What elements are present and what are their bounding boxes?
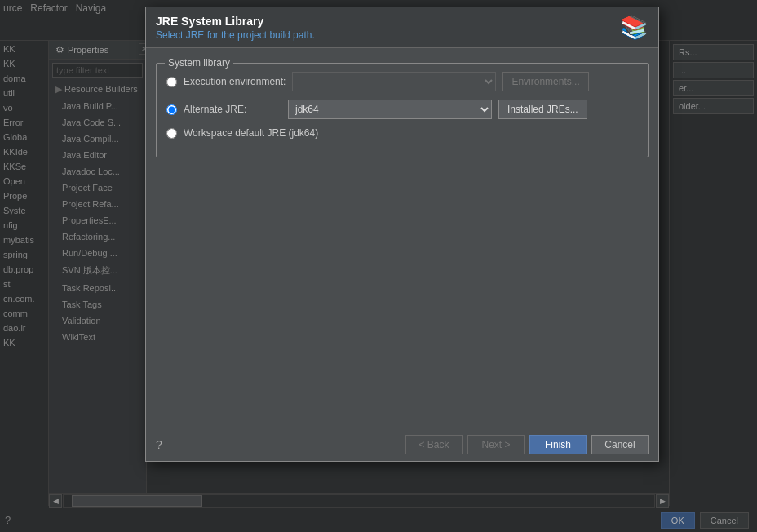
alt-jre-label: Alternate JRE: (184, 104, 281, 115)
workspace-default-row: Workspace default JRE (jdk64) (166, 127, 638, 139)
alt-jre-select[interactable]: jdk64 (288, 100, 492, 119)
dialog-help-icon[interactable]: ? (156, 438, 162, 451)
dialog-header: JRE System Library Select JRE for the pr… (146, 7, 658, 48)
back-button[interactable]: < Back (405, 435, 463, 454)
cancel-button-dialog[interactable]: Cancel (591, 435, 649, 454)
workspace-default-label: Workspace default JRE (jdk64) (184, 127, 318, 139)
jre-dialog: JRE System Library Select JRE for the pr… (145, 7, 659, 462)
system-library-group: System library Execution environment: En… (156, 63, 649, 157)
execution-env-row: Execution environment: Environments... (166, 72, 638, 91)
dialog-body: System library Execution environment: En… (146, 48, 658, 428)
alt-jre-row: Alternate JRE: jdk64 Installed JREs... (166, 100, 638, 119)
finish-button[interactable]: Finish (529, 435, 587, 454)
exec-env-radio[interactable] (166, 77, 177, 87)
books-icon: 📚 (620, 14, 649, 41)
environments-button: Environments... (502, 72, 588, 91)
dialog-header-left: JRE System Library Select JRE for the pr… (156, 15, 315, 41)
alt-jre-radio[interactable] (166, 104, 177, 115)
next-button: Next > (467, 435, 525, 454)
group-box-legend: System library (165, 57, 233, 69)
dialog-footer: ? < Back Next > Finish Cancel (146, 428, 658, 461)
dialog-subtitle: Select JRE for the project build path. (156, 29, 315, 41)
installed-jres-button[interactable]: Installed JREs... (498, 100, 587, 119)
dialog-title: JRE System Library (156, 15, 315, 28)
exec-env-label: Execution environment: (184, 76, 286, 87)
exec-env-select (292, 72, 496, 91)
workspace-default-radio[interactable] (166, 128, 177, 139)
